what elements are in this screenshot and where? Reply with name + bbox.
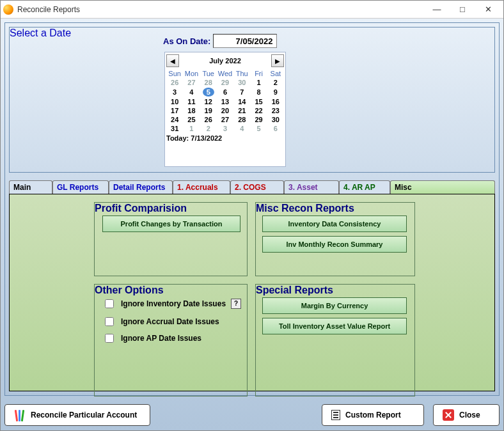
tab-accruals[interactable]: 1. Accruals	[173, 180, 230, 194]
calendar-day[interactable]: 1	[183, 124, 200, 133]
calendar-day[interactable]: 12	[200, 97, 217, 106]
select-date-fieldset: Select a Date As On Date: ◀ July 2022 ▶ …	[9, 27, 495, 173]
tab-main[interactable]: Main	[9, 180, 52, 194]
calendar-day[interactable]: 20	[217, 106, 233, 115]
calendar-day[interactable]: 28	[200, 78, 217, 87]
calendar-day[interactable]: 17	[166, 106, 183, 115]
calendar-day[interactable]: 26	[166, 78, 183, 87]
calendar-day[interactable]: 21	[233, 106, 250, 115]
calendar-day[interactable]: 31	[166, 124, 183, 133]
as-on-date-input[interactable]	[213, 34, 277, 48]
calendar-day-header: Wed	[217, 69, 233, 78]
titlebar: Reconcile Reports — □ ✕	[1, 1, 503, 19]
calendar-day[interactable]: 11	[183, 97, 200, 106]
calendar-day[interactable]: 14	[233, 97, 250, 106]
calendar-day[interactable]: 10	[166, 97, 183, 106]
calendar-day-header: Fri	[250, 69, 267, 78]
reconcile-account-button[interactable]: Reconcile Particular Account	[4, 404, 150, 426]
profit-comparison-legend: Profit Comparision	[95, 203, 187, 214]
report-icon	[331, 410, 340, 420]
tab-detail-reports[interactable]: Detail Reports	[109, 180, 173, 194]
calendar-today-label[interactable]: Today: 7/13/2022	[166, 133, 284, 142]
calendar-day[interactable]: 30	[267, 115, 284, 124]
bottom-bar: Reconcile Particular Account Custom Repo…	[4, 404, 500, 427]
margin-by-currency-button[interactable]: Margin By Currency	[262, 297, 407, 314]
tabs-row: Main GL Reports Detail Reports 1. Accrua…	[9, 180, 495, 194]
calendar-day[interactable]: 6	[217, 87, 233, 97]
special-reports-group: Special Reports Margin By Currency Toll …	[255, 284, 415, 396]
calendar-day[interactable]: 27	[217, 115, 233, 124]
inventory-consistency-button[interactable]: Inventory Data Consistency	[262, 216, 407, 232]
calendar-day[interactable]: 29	[217, 78, 233, 87]
calendar-grid: SunMonTueWedThuFriSat 262728293012345678…	[166, 69, 284, 133]
tab-cogs[interactable]: 2. COGS	[230, 180, 284, 194]
calendar-day[interactable]: 30	[233, 78, 250, 87]
as-on-row: As On Date:	[163, 34, 277, 48]
profit-changes-button[interactable]: Profit Changes by Transaction	[102, 216, 240, 232]
calendar-day[interactable]: 4	[233, 124, 250, 133]
app-icon	[3, 4, 13, 15]
calendar-day[interactable]: 27	[183, 78, 200, 87]
calendar-day-header: Sun	[166, 69, 183, 78]
calendar-day[interactable]: 2	[200, 124, 217, 133]
maximize-button[interactable]: □	[450, 2, 475, 17]
custom-report-button[interactable]: Custom Report	[322, 404, 424, 426]
calendar-day[interactable]: 18	[183, 106, 200, 115]
calendar-day[interactable]: 1	[250, 78, 267, 87]
ignore-ap-date-checkbox[interactable]	[105, 334, 114, 343]
misc-recon-group: Misc Recon Reports Inventory Data Consis…	[255, 202, 415, 276]
calendar-day[interactable]: 8	[250, 87, 267, 97]
calendar-day[interactable]: 29	[250, 115, 267, 124]
calendar-day[interactable]: 7	[233, 87, 250, 97]
other-options-legend: Other Options	[95, 285, 164, 295]
misc-recon-legend: Misc Recon Reports	[256, 203, 354, 214]
ignore-inventory-help-button[interactable]: ?	[231, 299, 241, 309]
calendar-day[interactable]: 4	[183, 87, 200, 97]
close-window-button[interactable]: ✕	[475, 2, 501, 17]
calendar-day[interactable]: 6	[267, 124, 284, 133]
inv-monthly-recon-button[interactable]: Inv Monthly Recon Summary	[262, 236, 407, 253]
calendar-day[interactable]: 3	[166, 87, 183, 97]
calendar-day[interactable]: 15	[250, 97, 267, 106]
calendar-day[interactable]: 24	[166, 115, 183, 124]
select-date-legend: Select a Date	[10, 27, 71, 38]
calendar-day[interactable]: 26	[200, 115, 217, 124]
calendar-day[interactable]: 2	[267, 78, 284, 87]
client-area: Select a Date As On Date: ◀ July 2022 ▶ …	[1, 19, 503, 430]
ignore-inventory-date-label: Ignore Inventory Date Issues	[121, 299, 226, 308]
profit-comparison-group: Profit Comparision Profit Changes by Tra…	[94, 202, 248, 276]
calendar-day[interactable]: 23	[267, 106, 284, 115]
tab-asset[interactable]: 3. Asset	[284, 180, 339, 194]
tab-misc[interactable]: Misc	[390, 180, 495, 194]
calendar-prev-button[interactable]: ◀	[166, 54, 179, 67]
pencils-icon	[14, 409, 26, 421]
calendar-day[interactable]: 13	[217, 97, 233, 106]
tab-body-misc: Profit Comparision Profit Changes by Tra…	[9, 194, 495, 391]
tab-ar-ap[interactable]: 4. AR AP	[339, 180, 390, 194]
special-reports-legend: Special Reports	[256, 285, 333, 295]
calendar-day[interactable]: 28	[233, 115, 250, 124]
calendar: ◀ July 2022 ▶ SunMonTueWedThuFriSat 2627…	[164, 52, 286, 167]
calendar-day[interactable]: 3	[217, 124, 233, 133]
tab-gl-reports[interactable]: GL Reports	[52, 180, 109, 194]
calendar-day[interactable]: 9	[267, 87, 284, 97]
calendar-day[interactable]: 5	[250, 124, 267, 133]
custom-report-label: Custom Report	[345, 411, 401, 419]
ignore-accrual-date-checkbox[interactable]	[105, 317, 114, 326]
close-button[interactable]: Close	[433, 404, 500, 426]
calendar-next-button[interactable]: ▶	[271, 54, 284, 67]
ignore-inventory-date-checkbox[interactable]	[105, 299, 114, 308]
toll-inventory-button[interactable]: Toll Inventory Asset Value Report	[262, 318, 407, 334]
calendar-day[interactable]: 22	[250, 106, 267, 115]
app-window: Reconcile Reports — □ ✕ Select a Date As…	[0, 0, 504, 431]
window-title: Reconcile Reports	[17, 5, 424, 14]
ignore-ap-date-label: Ignore AP Date Issues	[121, 334, 201, 343]
calendar-day-header: Thu	[233, 69, 250, 78]
as-on-date-label: As On Date:	[163, 36, 210, 46]
calendar-day[interactable]: 5	[200, 87, 217, 97]
minimize-button[interactable]: —	[424, 2, 450, 17]
calendar-day[interactable]: 19	[200, 106, 217, 115]
close-icon	[443, 409, 454, 421]
calendar-day[interactable]: 25	[183, 115, 200, 124]
calendar-day[interactable]: 16	[267, 97, 284, 106]
